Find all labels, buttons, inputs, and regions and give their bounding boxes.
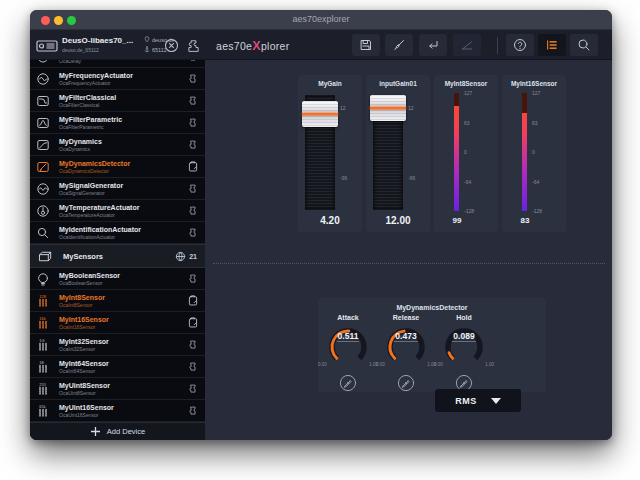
- identification-icon: [36, 226, 50, 240]
- dynamics-detector-icon: [36, 160, 50, 174]
- knob-hold: Hold 0.0890.001.00: [434, 314, 494, 394]
- meter-panel-myint16sensor: MyInt16Sensor127630-64-12883: [502, 75, 566, 232]
- app-logo: aes70eXplorer: [216, 39, 290, 53]
- help-icon: [513, 38, 527, 52]
- item-class: OcaFrequencyActuator: [59, 80, 187, 86]
- item-class: OcaInt16Sensor: [59, 324, 187, 330]
- puzzle-icon[interactable]: [187, 360, 199, 373]
- fader-handle[interactable]: [370, 95, 406, 121]
- puzzle-icon[interactable]: [187, 404, 199, 417]
- item-name: MyInt16Sensor: [59, 315, 187, 324]
- sidebar-item-myuint8sensor[interactable]: 255MyUint8SensorOcaUint8Sensor: [30, 378, 205, 400]
- fader[interactable]: [370, 95, 406, 210]
- clipboard-icon[interactable]: [187, 160, 199, 173]
- puzzle-icon[interactable]: [187, 138, 199, 151]
- puzzle-icon[interactable]: [187, 116, 199, 129]
- toolbar-button-tree[interactable]: [538, 34, 566, 56]
- item-class: OcaDynamicsDetector: [59, 168, 187, 174]
- pin-icon: [144, 36, 150, 43]
- device-icon: [36, 38, 58, 53]
- filter-parametric-icon: [36, 116, 50, 130]
- fader[interactable]: [302, 95, 338, 210]
- sidebar-group-mysensors[interactable]: MySensors21: [30, 244, 205, 268]
- meter-tick: 63: [464, 120, 470, 126]
- sidebar-item-mybooleansensor[interactable]: MyBooleanSensorOcaBooleanSensor: [30, 268, 205, 290]
- puzzle-icon[interactable]: [187, 382, 199, 395]
- item-class: OcaIdentificationActuator: [59, 234, 187, 240]
- clipboard-icon[interactable]: [187, 316, 199, 329]
- knob-label: Hold: [434, 314, 494, 321]
- item-texts: MyUint8SensorOcaUint8Sensor: [50, 381, 187, 396]
- object-list[interactable]: MyDelayOcaDelayMyFrequencyActuatorOcaFre…: [30, 60, 205, 422]
- add-device-button[interactable]: Add Device: [30, 422, 205, 440]
- knob-min-label: 0.00: [376, 362, 385, 367]
- item-name: MySignalGenerator: [59, 181, 187, 190]
- meter-title: MyInt8Sensor: [434, 80, 498, 87]
- knob-label: Attack: [318, 314, 378, 321]
- sidebar-item-myint16sensor[interactable]: 16kMyInt16SensorOcaInt16Sensor: [30, 312, 205, 334]
- sidebar-item-myfilterclassical[interactable]: MyFilterClassicalOcaFilterClassical: [30, 90, 205, 112]
- disconnect-device-icon[interactable]: [164, 38, 179, 53]
- puzzle-icon[interactable]: [187, 94, 199, 107]
- sidebar-item-myint8sensor[interactable]: 128MyInt8SensorOcaInt8Sensor: [30, 290, 205, 312]
- toolbar-button-return[interactable]: [419, 34, 447, 56]
- sidebar-item-myfrequencyactuator[interactable]: MyFrequencyActuatorOcaFrequencyActuator: [30, 68, 205, 90]
- fader-panel-mygain: MyGain12-964.20: [298, 75, 362, 232]
- fader-title: inputGain01: [366, 80, 430, 87]
- toolbar-button-search[interactable]: [570, 34, 598, 56]
- svg-text:1E: 1E: [39, 360, 44, 365]
- detector-law-dropdown[interactable]: RMS: [435, 389, 521, 412]
- puzzle-icon[interactable]: [187, 338, 199, 351]
- device-name[interactable]: DeusO-libaes70_...: [62, 36, 146, 45]
- puzzle-icon[interactable]: [187, 60, 199, 63]
- clipboard-icon[interactable]: [187, 294, 199, 307]
- toolbar-button-help[interactable]: [506, 34, 534, 56]
- meter-tick: 0: [464, 149, 467, 155]
- item-texts: MyDelayOcaDelay: [50, 60, 187, 64]
- puzzle-icon[interactable]: [187, 182, 199, 195]
- edit-value-button[interactable]: [397, 374, 415, 392]
- meter-tick: 0: [532, 149, 535, 155]
- plus-icon: [90, 426, 101, 437]
- sidebar-item-myint32sensor[interactable]: 1GMyInt32SensorOcaInt32Sensor: [30, 334, 205, 356]
- anchor-icon: [144, 46, 150, 53]
- level-meter-headroom: [522, 93, 527, 113]
- item-texts: MyFilterParametricOcaFilterParametric: [50, 115, 187, 130]
- item-texts: MyInt64SensorOcaInt64Sensor: [50, 359, 187, 374]
- device-tree-sidebar: MyDelayOcaDelayMyFrequencyActuatorOcaFre…: [30, 60, 205, 440]
- sidebar-item-mydelay[interactable]: MyDelayOcaDelay: [30, 60, 205, 68]
- edit-value-button[interactable]: [339, 374, 357, 392]
- item-texts: MyDynamicsOcaDynamics: [50, 137, 187, 152]
- item-name: MyIdentificationActuator: [59, 225, 187, 234]
- toolbar-button-brush[interactable]: [385, 34, 413, 56]
- sidebar-item-mysignalgenerator[interactable]: MySignalGeneratorOcaSignalGenerator: [30, 178, 205, 200]
- fader-handle[interactable]: [302, 101, 338, 127]
- box-icon: [38, 250, 53, 263]
- sidebar-item-myint64sensor[interactable]: 1EMyInt64SensorOcaInt64Sensor: [30, 356, 205, 378]
- sidebar-item-myfilterparametric[interactable]: MyFilterParametricOcaFilterParametric: [30, 112, 205, 134]
- meter-tick: -128: [532, 208, 542, 214]
- group-label: MySensors: [53, 252, 175, 261]
- puzzle-icon[interactable]: [187, 204, 199, 217]
- puzzle-icon[interactable]: [187, 272, 199, 285]
- sidebar-item-myidentificationactuator[interactable]: MyIdentificationActuatorOcaIdentificatio…: [30, 222, 205, 244]
- sidebar-item-mydynamicsdetector[interactable]: MyDynamicsDetectorOcaDynamicsDetector: [30, 156, 205, 178]
- dynamics-panel-title: MyDynamicsDetector: [318, 304, 546, 311]
- toolbar-button-save[interactable]: [352, 34, 380, 56]
- sidebar-item-mydynamics[interactable]: MyDynamicsOcaDynamics: [30, 134, 205, 156]
- sidebar-item-mytemperatureactuator[interactable]: MyTemperatureActuatorOcaTemperatureActua…: [30, 200, 205, 222]
- sidebar-item-myuint16sensor[interactable]: 65kMyUint16SensorOcaUint16Sensor: [30, 400, 205, 422]
- item-texts: MyFrequencyActuatorOcaFrequencyActuator: [50, 71, 187, 86]
- item-class: OcaFilterClassical: [59, 102, 187, 108]
- item-name: MyInt8Sensor: [59, 293, 187, 302]
- puzzle-icon[interactable]: [186, 38, 201, 53]
- meter-value: 99: [434, 216, 480, 225]
- puzzle-icon[interactable]: [187, 226, 199, 239]
- item-texts: MyInt32SensorOcaInt32Sensor: [50, 337, 187, 352]
- puzzle-icon[interactable]: [187, 72, 199, 85]
- signal-generator-icon: [36, 182, 50, 196]
- item-name: MyDynamics: [59, 137, 187, 146]
- item-class: OcaDynamics: [59, 146, 187, 152]
- fader-value: 12.00: [366, 215, 430, 226]
- svg-text:255: 255: [39, 382, 46, 387]
